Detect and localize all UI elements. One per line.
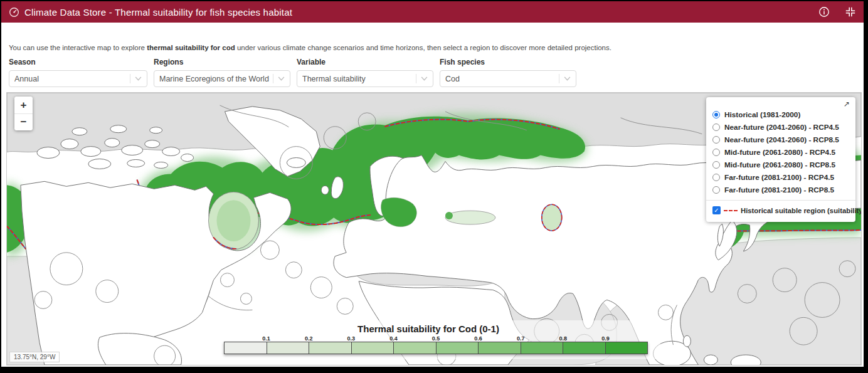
scenario-label[interactable]: Near-future (2041-2060) - RCP4.5 [724,123,839,132]
scenario-label[interactable]: Far-future (2081-2100) - RCP4.5 [724,173,834,182]
dashed-line-sample [724,210,738,211]
colorbar-tick-label: 0.9 [601,335,610,342]
colorbar-segment [309,342,352,354]
radio-button[interactable] [712,136,720,144]
colorbar-title: Thermal suitability for Cod (0-1) [196,323,660,334]
scenario-label[interactable]: Near-future (2041-2060) - RCP8.5 [724,135,839,144]
chevron-down-icon [278,76,285,81]
variable-value: Thermal suitability [302,75,413,83]
scenario-option[interactable]: Historical (1981-2000) [712,108,849,120]
colorbar-segment [352,342,394,354]
scenario-option[interactable]: Near-future (2041-2060) - RCP8.5 [712,134,849,145]
colorbar-tick-label: 0.2 [305,335,313,342]
filter-bar: Season Annual Regions Marine Ecoregions … [9,58,576,87]
colorbar-legend: Thermal suitability for Cod (0-1) 0.10.2… [196,320,660,359]
chevron-down-icon [421,76,428,81]
cursor-coordinates: 13.75°N, 29°W [9,352,60,362]
regions-select[interactable]: Marine Ecoregions of the World (MEOW) [154,70,290,87]
compress-icon[interactable] [845,6,856,18]
radio-button[interactable] [712,111,720,118]
filter-fish-species: Fish species Cod [440,58,576,87]
expand-legend-icon[interactable]: ↗ [844,100,850,108]
suitable-region-label[interactable]: Historical suitable region (suitability … [741,207,862,214]
colorbar-segment [563,342,606,354]
zoom-in-button[interactable]: + [14,97,33,113]
scenario-label[interactable]: Mid-future (2061-2080) - RCP8.5 [724,160,835,169]
radio-button[interactable] [712,161,720,169]
scenario-option[interactable]: Far-future (2081-2100) - RCP4.5 [712,171,849,183]
intro-bold: thermal suitability for cod [147,44,235,51]
filter-regions: Regions Marine Ecoregions of the World (… [154,58,290,87]
app-header: Climate Data Store - Thermal suitability… [1,1,864,23]
season-label: Season [9,58,147,66]
legend-divider [706,200,855,201]
season-value: Annual [14,75,127,83]
colorbar-ticks: 0.10.20.30.40.50.60.70.80.9 [224,335,648,342]
gauge-logo-icon [9,7,19,18]
scenario-option[interactable]: Far-future (2081-2100) - RCP8.5 [712,184,849,196]
scenario-option[interactable]: Mid-future (2061-2080) - RCP4.5 [712,146,849,158]
colorbar-segment [437,342,479,354]
season-select[interactable]: Annual [9,70,147,87]
page-title: Climate Data Store - Thermal suitability… [24,7,292,18]
colorbar-segment [225,342,267,354]
colorbar-tick-label: 0.7 [517,335,525,342]
screenshot-frame: Climate Data Store - Thermal suitability… [0,0,868,373]
radio-button[interactable] [712,149,720,156]
filter-season: Season Annual [9,58,147,87]
colorbar-segment [394,342,437,354]
scenario-option[interactable]: Near-future (2041-2060) - RCP4.5 [712,121,849,133]
colorbar-segment [267,342,310,354]
radio-button[interactable] [712,174,720,181]
intro-text: You can use the interactive map to explo… [9,44,611,51]
colorbar-tick-label: 0.3 [347,335,356,342]
zoom-out-button[interactable]: − [14,113,33,130]
colorbar-tick-label: 0.4 [389,335,398,342]
filter-variable: Variable Thermal suitability [297,58,433,87]
checkbox[interactable]: ✓ [712,206,721,214]
colorbar-segment [521,342,564,354]
colorbar-tick-label: 0.8 [559,335,568,342]
colorbar-tick-label: 0.5 [432,335,440,342]
fish-species-select[interactable]: Cod [440,70,576,87]
map-canvas[interactable]: + − ↗ Historical (1981-2000) Near-future… [6,92,862,365]
colorbar-segment [479,342,521,354]
map-zoom-control: + − [14,97,33,130]
colorbar-tick-label: 0.1 [262,335,270,342]
scenario-label[interactable]: Historical (1981-2000) [724,110,800,119]
regions-label: Regions [154,58,290,66]
info-icon[interactable] [818,6,830,18]
intro-post: under various climate change scenarios a… [235,44,611,51]
variable-label: Variable [297,58,433,66]
cds-app-window: Climate Data Store - Thermal suitability… [1,1,864,367]
regions-value: Marine Ecoregions of the World (MEOW) [159,75,270,83]
variable-select[interactable]: Thermal suitability [297,70,433,87]
fish-species-label: Fish species [440,58,576,66]
scenario-option[interactable]: Mid-future (2061-2080) - RCP8.5 [712,159,849,171]
intro-pre: You can use the interactive map to explo… [9,44,147,51]
fish-species-value: Cod [445,75,556,83]
scenario-label[interactable]: Far-future (2081-2100) - RCP8.5 [724,186,834,194]
colorbar-tick-label: 0.6 [474,335,482,342]
colorbar-segment [606,342,648,354]
colorbar-segments [224,342,648,354]
chevron-down-icon [564,76,571,81]
radio-button[interactable] [712,123,720,131]
suitable-region-toggle[interactable]: ✓ Historical suitable region (suitabilit… [712,204,849,216]
scenario-label[interactable]: Mid-future (2061-2080) - RCP4.5 [724,148,835,157]
chevron-down-icon [135,76,142,81]
radio-button[interactable] [712,186,720,194]
scenario-legend-panel: ↗ Historical (1981-2000) Near-future (20… [706,97,855,222]
